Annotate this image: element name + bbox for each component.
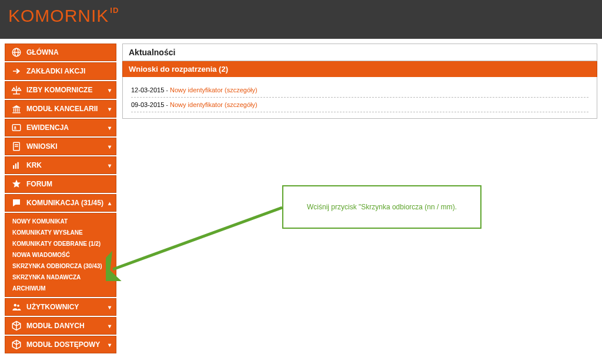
svg-point-4 — [14, 126, 16, 128]
request-label: Nowy identyfikator (szczegóły) — [170, 86, 257, 93]
cube-icon — [10, 339, 23, 350]
chevron-up-icon: ▴ — [108, 200, 111, 206]
nav-label: EWIDENCJA — [26, 123, 69, 132]
svg-rect-8 — [13, 165, 14, 169]
nav-label: GŁÓWNA — [26, 48, 59, 56]
sub-nowa-wiadomosc[interactable]: NOWA WIADOMOŚĆ — [5, 249, 116, 261]
komunikacja-submenu: NOWY KOMUNIKAT KOMUNIKATY WYSŁANE KOMUNI… — [5, 213, 116, 297]
nav-ewidencja[interactable]: EWIDENCJA ▾ — [5, 119, 116, 136]
star-icon — [10, 179, 23, 189]
request-sep: - — [164, 86, 170, 93]
nav-label: MODUŁ DANYCH — [26, 322, 85, 330]
nav-label: UŻYTKOWNICY — [26, 303, 79, 311]
institution-icon — [10, 103, 23, 114]
nav-forum[interactable]: FORUM — [5, 175, 116, 193]
sub-archiwum[interactable]: ARCHIWUM — [5, 283, 116, 294]
nav-label: MODUŁ KANCELARII — [26, 105, 98, 113]
nav-label: MODUŁ DOSTĘPOWY — [26, 340, 100, 349]
request-date: 12-03-2015 — [131, 86, 164, 93]
nav-krk[interactable]: KRK ▾ — [5, 156, 116, 174]
nav-zakladki-akcji[interactable]: ZAKŁADKI AKCJI — [5, 62, 116, 80]
app-header: KOMORNIK ID — [0, 0, 602, 39]
logo-id: ID — [110, 6, 119, 15]
app-logo: KOMORNIK ID — [8, 6, 594, 26]
bars-icon — [10, 160, 23, 171]
request-row[interactable]: 09-03-2015 - Nowy identyfikator (szczegó… — [131, 98, 588, 112]
request-label: Nowy identyfikator (szczegóły) — [170, 101, 257, 108]
users-icon — [10, 302, 23, 312]
nav-wnioski[interactable]: WNIOSKI ▾ — [5, 138, 116, 155]
sub-nowy-komunikat[interactable]: NOWY KOMUNIKAT — [5, 216, 116, 227]
nav-label: WNIOSKI — [26, 142, 58, 151]
speech-icon — [10, 198, 23, 208]
nav-modul-dostepowy[interactable]: MODUŁ DOSTĘPOWY ▾ — [5, 336, 116, 353]
news-title: Aktualności — [122, 44, 597, 61]
globe-icon — [10, 47, 23, 58]
nav-label: ZAKŁADKI AKCJI — [26, 67, 85, 75]
nav-uzytkownicy[interactable]: UŻYTKOWNICY ▾ — [5, 298, 116, 316]
chevron-down-icon: ▾ — [108, 342, 111, 348]
request-sep: - — [164, 101, 170, 108]
svg-point-12 — [17, 305, 19, 307]
document-icon — [10, 141, 23, 152]
sub-skrzynka-nadawcza[interactable]: SKRZYNKA NADAWCZA — [5, 272, 116, 283]
svg-point-11 — [14, 304, 17, 307]
nav-label: FORUM — [26, 180, 52, 188]
cube-icon — [10, 320, 23, 331]
chevron-down-icon: ▾ — [108, 87, 111, 93]
nav-label: KRK — [26, 161, 42, 169]
chevron-down-icon: ▾ — [108, 323, 111, 329]
request-date: 09-03-2015 — [131, 101, 164, 108]
request-row[interactable]: 12-03-2015 - Nowy identyfikator (szczegó… — [131, 83, 588, 98]
nav-label: IZBY KOMORNICZE — [26, 86, 92, 94]
arrow-right-icon — [10, 66, 23, 76]
chevron-down-icon: ▾ — [108, 143, 111, 150]
svg-rect-3 — [12, 125, 21, 131]
svg-rect-9 — [15, 163, 16, 169]
nav-label: KOMUNIKACJA (31/45) — [26, 199, 103, 207]
chevron-down-icon: ▾ — [108, 125, 111, 131]
nav-komunikacja[interactable]: KOMUNIKACJA (31/45) ▴ — [5, 194, 116, 212]
sub-skrzynka-odbiorcza[interactable]: SKRZYNKA ODBIORCZA (30/43) — [5, 261, 116, 272]
person-card-icon — [10, 122, 23, 133]
sub-komunikaty-odebrane[interactable]: KOMUNIKATY ODEBRANE (1/2) — [5, 238, 116, 249]
scales-icon — [10, 85, 23, 95]
nav-glowna[interactable]: GŁÓWNA — [5, 44, 116, 61]
chevron-down-icon: ▾ — [108, 304, 111, 310]
chevron-down-icon: ▾ — [108, 106, 111, 112]
svg-rect-10 — [18, 162, 19, 169]
nav-izby-komornicze[interactable]: IZBY KOMORNICZE ▾ — [5, 81, 116, 99]
chevron-down-icon: ▾ — [108, 162, 111, 169]
nav-modul-danych[interactable]: MODUŁ DANYCH ▾ — [5, 317, 116, 335]
instruction-callout: Wciśnij przycisk "Skrzynka odbiorcza (nn… — [282, 185, 481, 229]
requests-body: 12-03-2015 - Nowy identyfikator (szczegó… — [122, 77, 597, 119]
requests-header: Wnioski do rozpatrzenia (2) — [122, 61, 597, 77]
callout-text: Wciśnij przycisk "Skrzynka odbiorcza (nn… — [307, 203, 457, 211]
sub-komunikaty-wyslane[interactable]: KOMUNIKATY WYSŁANE — [5, 227, 116, 238]
nav-modul-kancelarii[interactable]: MODUŁ KANCELARII ▾ — [5, 100, 116, 118]
logo-text: KOMORNIK — [8, 6, 109, 26]
sidebar: GŁÓWNA ZAKŁADKI AKCJI IZBY KOMORNICZE ▾ … — [5, 44, 116, 353]
